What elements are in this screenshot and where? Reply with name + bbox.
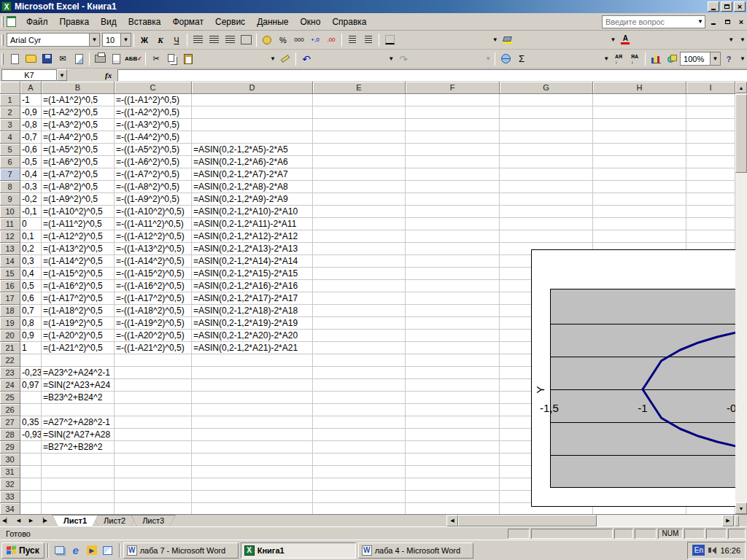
- cell[interactable]: [115, 367, 192, 379]
- cell[interactable]: [500, 94, 593, 106]
- row-header-7[interactable]: 7: [0, 168, 20, 181]
- cell[interactable]: =(1-A12^2)^0,5: [42, 230, 115, 243]
- cell[interactable]: [406, 367, 500, 379]
- cell[interactable]: [500, 106, 593, 119]
- column-header-E[interactable]: E: [313, 82, 406, 94]
- cell[interactable]: =(1-A17^2)^0,5: [42, 292, 115, 305]
- outlook-button[interactable]: [100, 542, 116, 559]
- row-header-21[interactable]: 21: [0, 342, 20, 354]
- menu-file[interactable]: Файл: [20, 15, 54, 28]
- cell[interactable]: [686, 218, 735, 230]
- cell[interactable]: [20, 354, 42, 367]
- horizontal-scroll-thumb[interactable]: [458, 515, 597, 526]
- task-word-lab4[interactable]: W лаба 4 - Microsoft Word: [358, 542, 473, 559]
- row-header-27[interactable]: 27: [0, 416, 20, 429]
- cell[interactable]: [313, 268, 406, 280]
- cell[interactable]: [406, 144, 500, 156]
- cell[interactable]: =(1-A13^2)^0,5: [42, 243, 115, 255]
- cell[interactable]: 0,7: [20, 305, 42, 317]
- cell[interactable]: -0,9: [20, 106, 42, 119]
- cell[interactable]: =(1-A18^2)^0,5: [42, 305, 115, 317]
- cell[interactable]: [115, 466, 192, 478]
- cell[interactable]: [500, 206, 593, 218]
- scroll-left-button[interactable]: ◀: [446, 515, 458, 526]
- cell[interactable]: -0,1: [20, 206, 42, 218]
- cell[interactable]: =ASIN(0,2-1,2*A13)-2*A13: [192, 243, 313, 255]
- sort-ascending-button[interactable]: АЯ↓: [611, 52, 626, 66]
- cell[interactable]: [192, 392, 313, 404]
- cell[interactable]: -0,23: [20, 367, 42, 379]
- increase-indent-button[interactable]: [361, 33, 376, 47]
- zoom-combo[interactable]: 100% ▼: [680, 52, 721, 66]
- toolbar-options-icon[interactable]: ▼: [740, 55, 747, 62]
- cell[interactable]: [313, 491, 406, 503]
- cell[interactable]: [406, 206, 500, 218]
- cell[interactable]: [192, 119, 313, 131]
- menu-data[interactable]: Данные: [251, 15, 294, 28]
- paste-button[interactable]: [181, 52, 196, 66]
- cell[interactable]: [313, 243, 406, 255]
- copy-button[interactable]: [165, 52, 179, 66]
- cell[interactable]: [313, 466, 406, 478]
- cell[interactable]: =-((1-A21^2)^0,5): [115, 342, 192, 354]
- cell[interactable]: [593, 193, 686, 206]
- cell[interactable]: =ASIN(0,2-1,2*A10)-2*A10: [192, 206, 313, 218]
- redo-button[interactable]: ↷: [396, 52, 411, 66]
- cell[interactable]: [313, 429, 406, 441]
- cell[interactable]: [115, 354, 192, 367]
- cell[interactable]: [686, 94, 735, 106]
- open-button[interactable]: [23, 52, 38, 66]
- cell[interactable]: [313, 342, 406, 354]
- cell[interactable]: [20, 503, 42, 514]
- cell[interactable]: =(1-A10^2)^0,5: [42, 206, 115, 218]
- cell[interactable]: [313, 404, 406, 416]
- toolbar-grip[interactable]: [1, 16, 4, 28]
- save-button[interactable]: [39, 52, 54, 66]
- cell[interactable]: 0,4: [20, 268, 42, 280]
- cell[interactable]: [593, 156, 686, 168]
- chevron-down-icon[interactable]: ▼: [710, 52, 720, 65]
- toolbar-options-icon[interactable]: ▼: [740, 36, 747, 43]
- cell[interactable]: [42, 478, 115, 491]
- cell[interactable]: [406, 119, 500, 131]
- cell[interactable]: 0,35: [20, 416, 42, 429]
- cell[interactable]: [313, 230, 406, 243]
- menu-edit[interactable]: Правка: [54, 15, 96, 28]
- start-button[interactable]: Пуск: [1, 542, 44, 559]
- cell[interactable]: 0,6: [20, 292, 42, 305]
- formula-input[interactable]: [117, 69, 747, 81]
- chevron-down-icon[interactable]: ▼: [492, 36, 500, 43]
- row-header-18[interactable]: 18: [0, 305, 20, 317]
- toolbar-grip[interactable]: [1, 34, 4, 46]
- cell[interactable]: [406, 404, 500, 416]
- row-header-20[interactable]: 20: [0, 330, 20, 342]
- cell[interactable]: =-((1-A13^2)^0,5): [115, 243, 192, 255]
- ask-question-box[interactable]: ▼: [602, 15, 705, 28]
- cell[interactable]: [313, 181, 406, 193]
- cell[interactable]: =(1-A5^2)^0,5: [42, 144, 115, 156]
- show-desktop-button[interactable]: [52, 542, 68, 559]
- cell[interactable]: =-((1-A17^2)^0,5): [115, 292, 192, 305]
- cell[interactable]: [192, 478, 313, 491]
- next-sheet-button[interactable]: ▶: [25, 516, 37, 526]
- cell[interactable]: [313, 106, 406, 119]
- cell[interactable]: [42, 503, 115, 514]
- cell[interactable]: [313, 218, 406, 230]
- row-header-14[interactable]: 14: [0, 255, 20, 268]
- row-header-26[interactable]: 26: [0, 404, 20, 416]
- cell[interactable]: [313, 392, 406, 404]
- cell[interactable]: [313, 119, 406, 131]
- increase-decimal-button[interactable]: +,0: [308, 33, 322, 47]
- cell[interactable]: [406, 392, 500, 404]
- cell[interactable]: =(1-A2^2)^0,5: [42, 106, 115, 119]
- cell[interactable]: -1: [20, 94, 42, 106]
- cell[interactable]: [42, 354, 115, 367]
- italic-button[interactable]: К: [153, 33, 168, 47]
- cell[interactable]: =ASIN(0,2-1,2*A5)-2*A5: [192, 144, 313, 156]
- cell[interactable]: [20, 404, 42, 416]
- cell[interactable]: -0,2: [20, 193, 42, 206]
- cell[interactable]: [313, 367, 406, 379]
- autosum-button[interactable]: Σ: [514, 52, 529, 66]
- cell[interactable]: [686, 119, 735, 131]
- cell[interactable]: [192, 94, 313, 106]
